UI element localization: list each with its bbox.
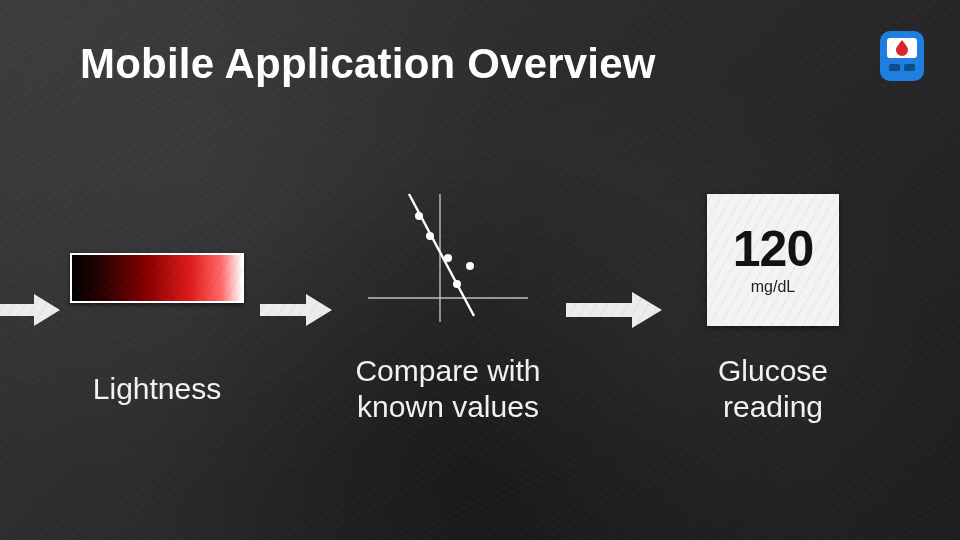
step-lightness: Lightness (62, 213, 252, 407)
svg-rect-3 (904, 64, 915, 71)
svg-marker-17 (632, 292, 662, 328)
step-glucose-reading: 120 mg/dL Glucose reading (668, 195, 878, 425)
step-caption: Lightness (62, 371, 252, 407)
arrow-icon (0, 292, 62, 328)
glucose-meter-icon (874, 28, 930, 84)
svg-rect-2 (889, 64, 900, 71)
arrow-icon (252, 292, 338, 328)
step-caption: Compare with known values (338, 353, 558, 425)
svg-rect-16 (566, 303, 632, 317)
svg-rect-4 (0, 304, 34, 316)
calibration-scatter-chart (363, 190, 533, 330)
glucose-unit: mg/dL (751, 278, 795, 296)
svg-marker-7 (306, 294, 332, 326)
svg-point-12 (426, 232, 434, 240)
process-flow: Lightness (0, 195, 960, 425)
step-compare: Compare with known values (338, 195, 558, 425)
glucose-value: 120 (733, 224, 813, 274)
svg-rect-6 (260, 304, 306, 316)
slide-title: Mobile Application Overview (80, 40, 656, 88)
step-caption: Glucose reading (668, 353, 878, 425)
svg-marker-5 (34, 294, 60, 326)
svg-point-13 (444, 254, 452, 262)
svg-point-15 (466, 262, 474, 270)
glucose-card: 120 mg/dL (707, 194, 839, 326)
svg-point-14 (453, 280, 461, 288)
arrow-icon (558, 290, 668, 330)
svg-point-11 (415, 212, 423, 220)
slide: Mobile Application Overview Lightness (0, 0, 960, 540)
lightness-gradient-bar (70, 253, 244, 303)
